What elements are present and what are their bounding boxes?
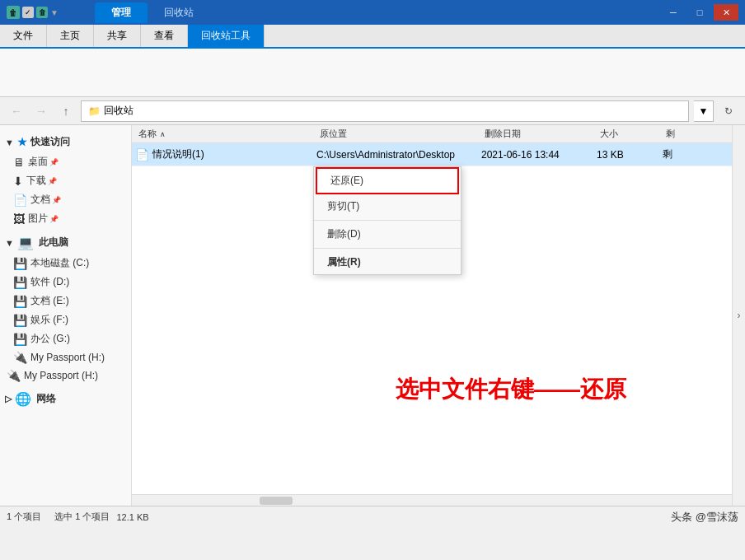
file-size: 13 KB: [597, 149, 624, 161]
sidebar-item-d[interactable]: 💾 软件 (D:): [0, 273, 131, 292]
selected-size: 12.1 KB: [116, 512, 148, 522]
col-location-label: 原位置: [320, 128, 347, 138]
right-expand-button[interactable]: ›: [732, 125, 745, 506]
ribbon-tab-file[interactable]: 文件: [0, 25, 47, 47]
drive-h-icon: 🔌: [13, 351, 27, 364]
sidebar-item-my-passport-label: My Passport (H:): [24, 370, 98, 381]
sidebar-item-h-label: My Passport (H:): [30, 352, 105, 363]
table-row[interactable]: 📄 情况说明(1) C:\Users\Administrator\Desktop…: [132, 143, 732, 166]
col-date-header[interactable]: 删除日期: [481, 128, 597, 140]
file-list-header: 名称 ∧ 原位置 删除日期 大小 剩: [132, 125, 732, 143]
sidebar-item-documents[interactable]: 📄 文档 📌: [0, 190, 131, 209]
drive-c-icon: 💾: [13, 257, 27, 270]
documents-icon: 📄: [13, 194, 27, 207]
sort-arrow: ∧: [160, 130, 166, 138]
file-name: 情况说明(1): [152, 147, 204, 161]
up-button[interactable]: ↑: [56, 101, 76, 121]
col-date-label: 删除日期: [485, 128, 521, 138]
title-controls: ─ □ ✕: [661, 4, 738, 21]
file-icon: 📄: [135, 148, 149, 161]
file-extra: 剩: [663, 148, 672, 160]
dropdown-arrow[interactable]: ▼: [50, 8, 59, 17]
my-passport-icon: 🔌: [7, 369, 21, 382]
sidebar: ▼ ★ 快速访问 🖥 桌面 📌 ⬇ 下载 📌 📄 文档 📌 🖼 图片: [0, 125, 132, 506]
scrollbar-thumb[interactable]: [260, 497, 293, 505]
address-dropdown[interactable]: ▼: [694, 100, 714, 122]
col-size-header[interactable]: 大小: [597, 128, 663, 140]
pin-icon3: 📌: [52, 196, 61, 204]
address-text: 回收站: [104, 104, 134, 118]
watermark-text: 头条 @雪沫荡: [671, 510, 738, 525]
file-size-cell: 13 KB: [593, 149, 659, 161]
context-menu-delete[interactable]: 删除(D): [314, 222, 461, 246]
ribbon-tab-view[interactable]: 查看: [141, 25, 188, 47]
downloads-icon: ⬇: [13, 175, 23, 188]
address-path[interactable]: 📁 回收站: [81, 100, 689, 122]
quick-access-chevron: ▼: [5, 138, 14, 147]
file-area: 名称 ∧ 原位置 删除日期 大小 剩 📄 情况说明(1): [132, 125, 732, 506]
quick-access-label: 快速访问: [30, 135, 70, 149]
selected-count: 选中 1 个项目: [54, 511, 110, 523]
ribbon: 文件 主页 共享 查看 回收站工具: [0, 25, 745, 97]
sidebar-item-e-label: 文档 (E:): [30, 294, 69, 308]
tab-manage[interactable]: 管理: [95, 2, 148, 23]
col-name-label: 名称: [138, 128, 157, 140]
annotation-text: 选中文件右键——还原: [396, 374, 626, 405]
status-bar: 1 个项目 选中 1 个项目 12.1 KB 头条 @雪沫荡: [0, 506, 745, 527]
ribbon-tab-home[interactable]: 主页: [47, 25, 94, 47]
window-icon2: 🗑: [36, 7, 48, 18]
sidebar-item-documents-label: 文档: [30, 193, 50, 207]
refresh-button[interactable]: ↻: [719, 101, 738, 121]
items-count: 1 个项目: [7, 511, 41, 523]
tab-recycle[interactable]: 回收站: [148, 2, 210, 23]
sidebar-item-g[interactable]: 💾 办公 (G:): [0, 329, 131, 348]
ribbon-tab-share[interactable]: 共享: [94, 25, 141, 47]
file-location: C:\Users\Administrator\Desktop: [316, 149, 455, 161]
pin-icon4: 📌: [49, 215, 59, 223]
desktop-icon: 🖥: [13, 156, 25, 169]
sidebar-item-c[interactable]: 💾 本地磁盘 (C:): [0, 254, 131, 273]
sidebar-item-pictures[interactable]: 🖼 图片 📌: [0, 209, 131, 228]
pictures-icon: 🖼: [13, 212, 25, 226]
quick-access-section: ▼ ★ 快速访问 🖥 桌面 📌 ⬇ 下载 📌 📄 文档 📌 🖼 图片: [0, 132, 131, 228]
horizontal-scrollbar[interactable]: [132, 494, 732, 506]
title-bar-icons: 🗑 ✓ 🗑 ▼: [7, 6, 59, 19]
this-pc-section: ▼ 💻 此电脑 💾 本地磁盘 (C:) 💾 软件 (D:) 💾 文档 (E:) …: [0, 231, 131, 366]
main-layout: ▼ ★ 快速访问 🖥 桌面 📌 ⬇ 下载 📌 📄 文档 📌 🖼 图片: [0, 125, 745, 506]
computer-icon: 💻: [17, 235, 34, 250]
context-menu: 还原(E) 剪切(T) 删除(D) 属性(R): [313, 166, 462, 275]
quick-access-header[interactable]: ▼ ★ 快速访问: [0, 132, 131, 152]
drive-g-icon: 💾: [13, 333, 27, 346]
col-location-header[interactable]: 原位置: [316, 128, 481, 140]
context-menu-separator: [314, 220, 461, 221]
sidebar-item-c-label: 本地磁盘 (C:): [30, 256, 89, 270]
forward-button[interactable]: →: [31, 101, 51, 121]
network-label: 网络: [36, 392, 56, 406]
sidebar-item-downloads-label: 下载: [26, 174, 46, 188]
ribbon-tab-recycle-tools[interactable]: 回收站工具: [188, 25, 265, 47]
file-location-cell: C:\Users\Administrator\Desktop: [313, 149, 478, 161]
minimize-button[interactable]: ─: [661, 4, 686, 21]
sidebar-item-f[interactable]: 💾 娱乐 (F:): [0, 310, 131, 329]
sidebar-item-h[interactable]: 🔌 My Passport (H:): [0, 348, 131, 366]
context-menu-properties[interactable]: 属性(R): [314, 250, 461, 274]
title-bar: 🗑 ✓ 🗑 ▼ 管理 回收站 ─ □ ✕: [0, 0, 745, 25]
context-menu-restore[interactable]: 还原(E): [316, 167, 459, 194]
this-pc-header[interactable]: ▼ 💻 此电脑: [0, 231, 131, 254]
this-pc-label: 此电脑: [39, 236, 68, 250]
sidebar-item-downloads[interactable]: ⬇ 下载 📌: [0, 171, 131, 190]
this-pc-chevron: ▼: [5, 238, 14, 248]
col-name-header[interactable]: 名称 ∧: [135, 128, 316, 140]
maximize-button[interactable]: □: [687, 4, 712, 21]
file-extra-cell: 剩: [659, 147, 709, 161]
sidebar-item-desktop[interactable]: 🖥 桌面 📌: [0, 152, 131, 171]
close-button[interactable]: ✕: [714, 4, 738, 21]
sidebar-item-e[interactable]: 💾 文档 (E:): [0, 292, 131, 310]
back-button[interactable]: ←: [7, 101, 26, 121]
network-header[interactable]: ▷ 🌐 网络: [0, 388, 131, 410]
window-icon: 🗑: [7, 6, 20, 19]
context-menu-cut[interactable]: 剪切(T): [314, 194, 461, 218]
drive-f-icon: 💾: [13, 314, 27, 327]
sidebar-item-my-passport[interactable]: 🔌 My Passport (H:): [0, 366, 131, 385]
address-bar: ← → ↑ 📁 回收站 ▼ ↻: [0, 97, 745, 125]
